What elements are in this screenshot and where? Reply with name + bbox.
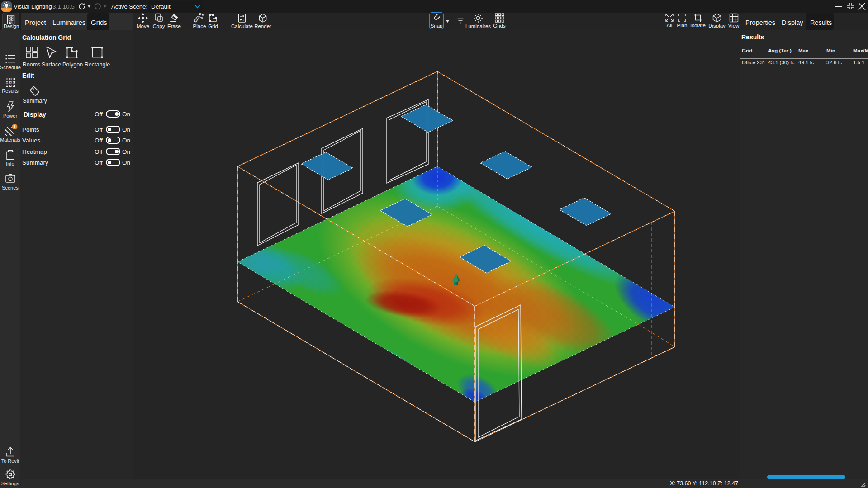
svg-text:1: 1 <box>14 124 16 129</box>
